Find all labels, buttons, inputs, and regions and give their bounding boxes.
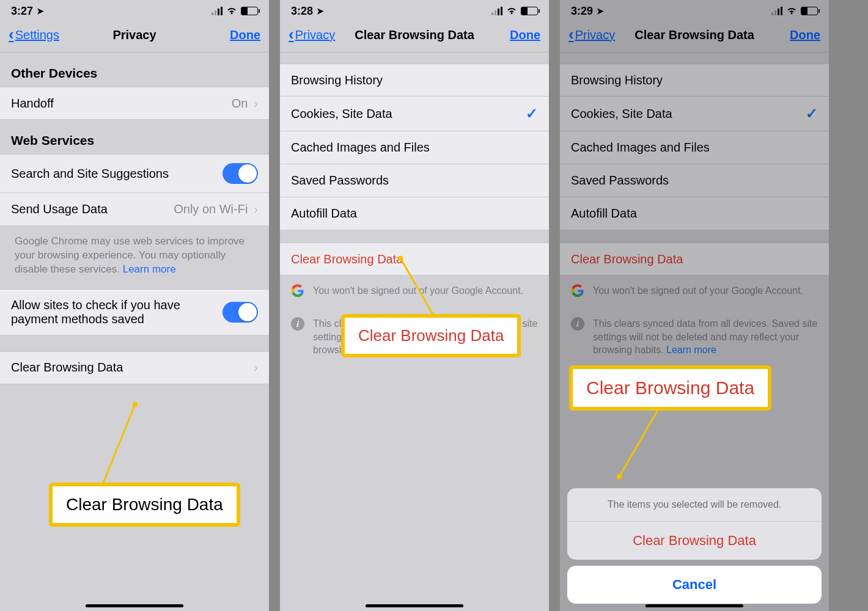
back-button[interactable]: ‹Settings (9, 26, 59, 45)
battery-icon (801, 7, 818, 15)
cell-clear-action[interactable]: Clear Browsing Data (280, 243, 549, 276)
cell-label: Saved Passwords (571, 174, 669, 188)
wifi-icon (226, 5, 237, 16)
cell-cached-images[interactable]: Cached Images and Files (280, 131, 549, 164)
cell-autofill-data[interactable]: Autofill Data (280, 197, 549, 230)
sheet-cancel-button[interactable]: Cancel (567, 566, 822, 604)
location-icon: ➤ (597, 6, 604, 16)
cell-clear-action[interactable]: Clear Browsing Data (560, 243, 829, 276)
cell-label: Cached Images and Files (571, 141, 710, 155)
google-icon (571, 284, 584, 298)
signal-icon (211, 7, 223, 15)
location-icon: ➤ (37, 6, 44, 16)
cell-saved-passwords[interactable]: Saved Passwords (560, 164, 829, 197)
location-icon: ➤ (317, 6, 324, 16)
back-label: Settings (15, 28, 59, 42)
learn-more-link[interactable]: Learn more (123, 263, 176, 275)
cell-label: Search and Site Suggestions (11, 167, 169, 181)
status-bar: 3:27 ➤ (0, 0, 269, 18)
cell-cached-images[interactable]: Cached Images and Files (560, 131, 829, 164)
home-indicator[interactable] (86, 604, 183, 607)
back-label: Privacy (295, 28, 336, 42)
chevron-right-icon: › (254, 202, 258, 216)
battery-icon (241, 7, 258, 15)
cell-label: Clear Browsing Data (11, 360, 123, 375)
annotation-callout: Clear Browsing Data (49, 483, 240, 527)
cell-label: Browsing History (291, 73, 383, 87)
info-sync: i This clears synced data from all devic… (560, 309, 829, 368)
cell-cookies[interactable]: Cookies, Site Data ✓ (560, 97, 829, 131)
done-button[interactable]: Done (790, 28, 820, 42)
cell-autofill-data[interactable]: Autofill Data (560, 197, 829, 230)
checkmark-icon: ✓ (526, 105, 538, 122)
status-bar: 3:28 ➤ (280, 0, 549, 18)
cell-send-usage[interactable]: Send Usage Data Only on Wi-Fi› (0, 193, 269, 226)
status-time: 3:28 (291, 5, 313, 18)
cell-handoff[interactable]: Handoff On› (0, 87, 269, 120)
nav-bar: ‹Privacy Clear Browsing Data Done (280, 18, 549, 53)
cell-payment-methods[interactable]: Allow sites to check if you have payment… (0, 289, 269, 335)
done-button[interactable]: Done (510, 28, 540, 42)
cell-label: Browsing History (571, 73, 663, 87)
cell-browsing-history[interactable]: Browsing History (560, 64, 829, 97)
cell-search-suggestions[interactable]: Search and Site Suggestions (0, 154, 269, 193)
info-icon: i (571, 317, 584, 331)
cell-label: Handoff (11, 97, 54, 111)
cell-value: On (232, 97, 248, 111)
section-web-services: Web Services (0, 120, 269, 154)
cell-value: Only on Wi-Fi (174, 202, 248, 216)
learn-more-link[interactable]: Learn more (666, 345, 716, 355)
google-icon (291, 284, 304, 298)
sheet-clear-button[interactable]: Clear Browsing Data (567, 522, 822, 560)
signal-icon (771, 7, 782, 15)
cell-label: Autofill Data (291, 207, 357, 221)
cell-label: Send Usage Data (11, 202, 108, 216)
cell-saved-passwords[interactable]: Saved Passwords (280, 164, 549, 197)
info-google-account: You won't be signed out of your Google A… (560, 276, 829, 309)
chevron-right-icon: › (254, 97, 258, 111)
status-time: 3:29 (571, 5, 593, 18)
sheet-message: The items you selected will be removed. (567, 488, 822, 522)
screen-confirm: 3:29 ➤ ‹Privacy Clear Browsing Data Done… (560, 0, 829, 611)
cell-label: Autofill Data (571, 207, 637, 221)
status-time: 3:27 (11, 5, 33, 18)
web-services-footer: Google Chrome may use web services to im… (0, 226, 269, 289)
home-indicator[interactable] (366, 604, 463, 607)
nav-bar: ‹Privacy Clear Browsing Data Done (560, 18, 829, 53)
cell-label: Cookies, Site Data (571, 107, 672, 121)
toggle-search-suggestions[interactable] (223, 163, 258, 184)
back-button[interactable]: ‹Privacy (289, 26, 335, 45)
back-label: Privacy (575, 28, 616, 42)
section-other-devices: Other Devices (0, 53, 269, 87)
cell-clear-browsing-data[interactable]: Clear Browsing Data › (0, 351, 269, 384)
battery-icon (521, 7, 538, 15)
nav-bar: ‹Settings Privacy Done (0, 18, 269, 53)
signal-icon (491, 7, 502, 15)
annotation-callout: Clear Browsing Data (341, 314, 521, 357)
screen-privacy: 3:27 ➤ ‹Settings Privacy Done Other Devi… (0, 0, 269, 611)
screen-clear-data: 3:28 ➤ ‹Privacy Clear Browsing Data Done… (280, 0, 549, 611)
annotation-callout: Clear Browsing Data (569, 365, 771, 411)
cell-label: Cached Images and Files (291, 141, 430, 155)
cell-label: Cookies, Site Data (291, 107, 392, 121)
cell-label: Allow sites to check if you have payment… (11, 298, 194, 326)
cell-cookies[interactable]: Cookies, Site Data ✓ (280, 97, 549, 131)
home-indicator[interactable] (645, 604, 743, 607)
status-bar: 3:29 ➤ (560, 0, 829, 18)
done-button[interactable]: Done (230, 28, 260, 42)
action-sheet: The items you selected will be removed. … (567, 488, 822, 604)
cell-browsing-history[interactable]: Browsing History (280, 64, 549, 97)
wifi-icon (506, 5, 517, 16)
toggle-payment-methods[interactable] (223, 302, 258, 323)
wifi-icon (786, 5, 797, 16)
chevron-right-icon: › (254, 360, 258, 375)
checkmark-icon: ✓ (806, 105, 818, 122)
back-button[interactable]: ‹Privacy (568, 26, 615, 45)
info-icon: i (291, 317, 304, 331)
cell-label: Saved Passwords (291, 174, 389, 188)
clear-action-label: Clear Browsing Data (571, 252, 683, 266)
clear-action-label: Clear Browsing Data (291, 252, 403, 266)
